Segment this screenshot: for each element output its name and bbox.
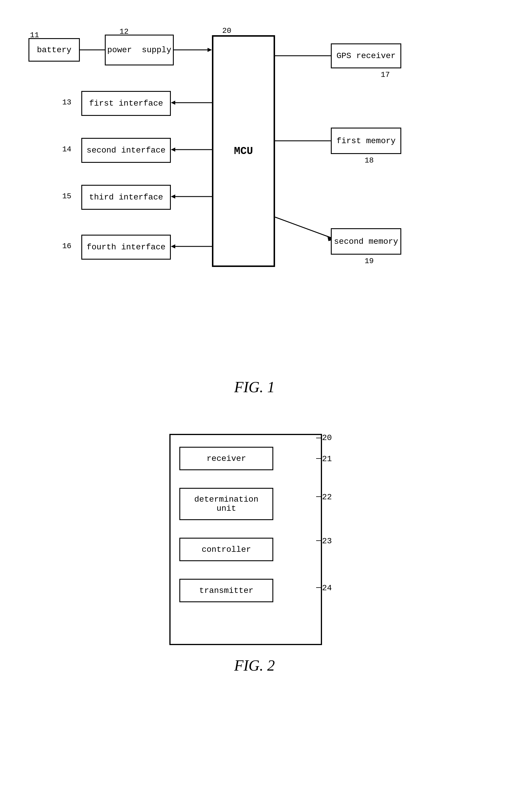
second-interface-block: second interface	[81, 138, 171, 163]
fig2-diagram: receiver determination unit controller t…	[152, 425, 357, 648]
third-interface-block: third interface	[81, 185, 171, 210]
battery-num: 11	[30, 31, 39, 40]
svg-marker-13	[171, 244, 175, 249]
battery-block: battery	[29, 38, 80, 62]
second-memory-num: 19	[365, 257, 374, 265]
second-memory-block: second memory	[331, 228, 401, 255]
first-interface-block: first interface	[81, 91, 171, 116]
mcu-num: 20	[222, 26, 231, 35]
svg-line-16	[275, 217, 331, 237]
svg-marker-3	[207, 48, 212, 52]
mcu-block: MCU	[212, 35, 275, 267]
fourth-interface-num: 16	[62, 242, 71, 251]
fig1-caption: FIG. 1	[234, 378, 275, 396]
first-memory-num: 18	[365, 156, 374, 165]
fig1-diagram: battery 11 power supply 12 MCU 20 GPS re…	[20, 17, 489, 370]
fig2-tick-svg	[152, 425, 357, 648]
svg-marker-9	[171, 148, 175, 152]
power-supply-num: 12	[120, 27, 129, 36]
second-interface-num: 14	[62, 145, 71, 154]
gps-receiver-block: GPS receiver	[331, 43, 401, 68]
svg-marker-7	[171, 101, 175, 105]
third-interface-num: 15	[62, 192, 71, 201]
power-supply-block: power supply	[105, 35, 174, 65]
page: battery 11 power supply 12 MCU 20 GPS re…	[0, 0, 509, 812]
gps-receiver-num: 17	[381, 70, 390, 79]
svg-marker-11	[171, 194, 175, 198]
first-memory-block: first memory	[331, 127, 401, 154]
fig2-caption: FIG. 2	[234, 657, 275, 674]
fourth-interface-block: fourth interface	[81, 235, 171, 260]
first-interface-num: 13	[62, 98, 71, 107]
